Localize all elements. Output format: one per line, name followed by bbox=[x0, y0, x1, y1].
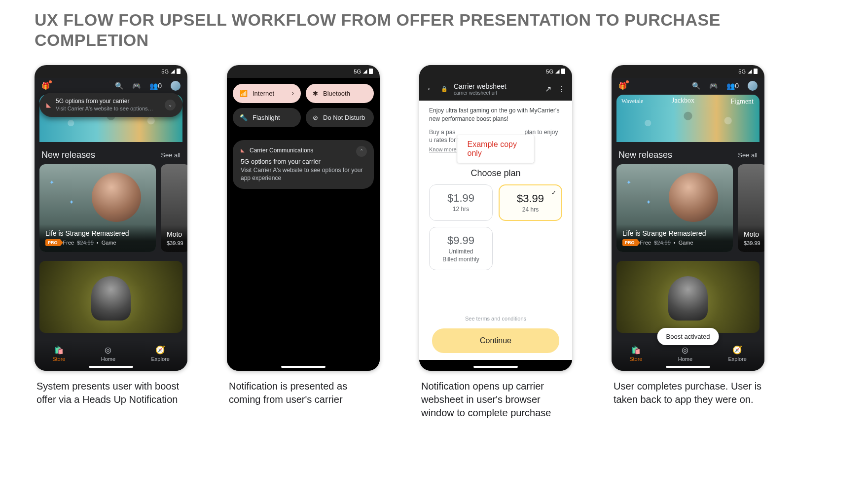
nav-explore[interactable]: 🧭 Explore bbox=[151, 345, 170, 362]
top-icon-row: 🎁 🔍 🎮 👥0 bbox=[612, 78, 764, 92]
plan-duration: Unlimited bbox=[434, 248, 487, 255]
plan-option-3[interactable]: $9.99 Unlimited Billed monthly bbox=[429, 227, 493, 270]
card-title: Moto bbox=[744, 230, 761, 238]
home-icon: ◎ bbox=[105, 345, 111, 355]
network-label: 5G bbox=[354, 69, 361, 74]
chevron-up-icon[interactable]: ⌃ bbox=[356, 146, 367, 157]
terms-link[interactable]: See terms and conditions bbox=[429, 311, 562, 326]
status-bar: 5G ◢ bbox=[419, 65, 572, 78]
game-card-2[interactable]: Moto $39.99 bbox=[161, 164, 187, 252]
wifi-icon: 📶 bbox=[240, 90, 248, 97]
chevron-down-icon[interactable]: ⌄ bbox=[165, 100, 176, 110]
back-icon[interactable]: ← bbox=[426, 84, 435, 94]
notification-title: 5G options from your carrier bbox=[241, 158, 366, 165]
dot-sep: • bbox=[97, 240, 99, 246]
plan-billing: Billed monthly bbox=[434, 256, 487, 263]
gift-icon[interactable]: 🎁 bbox=[618, 82, 627, 90]
heads-up-notification[interactable]: ◣ 5G options from your carrier Visit Car… bbox=[39, 93, 182, 117]
status-bar: 5G ◢ bbox=[612, 65, 764, 78]
network-label: 5G bbox=[161, 69, 169, 74]
card-free-label: Free bbox=[63, 240, 74, 246]
network-label: 5G bbox=[738, 69, 746, 74]
avatar[interactable] bbox=[171, 81, 181, 91]
store-app: 🎁 🔍 🎮 👥0 Wavetale Jackbox Figment New re… bbox=[35, 78, 187, 371]
explore-icon: 🧭 bbox=[155, 345, 165, 355]
plan-option-2[interactable]: ✓ $3.99 24 hrs bbox=[499, 184, 562, 221]
nav-store[interactable]: 🛍️ Store bbox=[629, 345, 642, 362]
nav-store[interactable]: 🛍️ Store bbox=[52, 345, 65, 362]
nav-home[interactable]: ◎ Home bbox=[678, 345, 692, 362]
status-bar: 5G ◢ bbox=[227, 65, 380, 78]
websheet-topbar: ← 🔒 Carrier websheet carrier websheet ur… bbox=[419, 78, 572, 101]
store-icon: 🛍️ bbox=[54, 345, 64, 355]
see-all-link[interactable]: See all bbox=[738, 151, 758, 159]
section-title: New releases bbox=[41, 150, 95, 160]
notification-card[interactable]: ◣ Carrier Communications 5G options from… bbox=[233, 140, 374, 189]
flow-step-2: 5G ◢ 📶 Internet › ✱ Bluetooth 🔦 bbox=[227, 65, 380, 406]
card-title: Life is Strange Remastered bbox=[45, 229, 150, 237]
people-icon[interactable]: 👥0 bbox=[726, 82, 739, 90]
qs-internet[interactable]: 📶 Internet › bbox=[233, 84, 301, 103]
card-free-label: Free bbox=[640, 240, 651, 246]
people-icon[interactable]: 👥0 bbox=[149, 82, 162, 90]
gift-icon[interactable]: 🎁 bbox=[41, 82, 50, 90]
hun-title: 5G options from your carrier bbox=[56, 98, 160, 106]
home-indicator bbox=[89, 366, 133, 368]
hero-label-3: Figment bbox=[730, 98, 754, 106]
home-indicator bbox=[666, 366, 710, 368]
nav-home[interactable]: ◎ Home bbox=[101, 345, 115, 362]
dnd-icon: ⊘ bbox=[313, 114, 318, 121]
controller-icon[interactable]: 🎮 bbox=[132, 82, 141, 90]
see-all-link[interactable]: See all bbox=[161, 151, 181, 159]
websheet-title: Carrier websheet bbox=[454, 83, 539, 90]
pro-badge: PRO bbox=[622, 239, 637, 246]
search-icon[interactable]: 🔍 bbox=[692, 82, 700, 90]
featured-card[interactable] bbox=[39, 261, 182, 333]
home-icon: ◎ bbox=[682, 345, 688, 355]
flow-row: 5G ◢ 🎁 🔍 🎮 👥0 Wavetale Jackbox Figment bbox=[35, 65, 833, 420]
game-card-1[interactable]: Life is Strange Remastered PRO Free $24.… bbox=[616, 164, 733, 252]
battery-icon bbox=[177, 69, 181, 74]
check-icon: ✓ bbox=[551, 189, 556, 196]
card-category: Game bbox=[679, 240, 693, 246]
status-bar: 5G ◢ bbox=[35, 65, 187, 78]
plan-option-1[interactable]: $1.99 12 hrs bbox=[429, 184, 493, 221]
top-icon-row: 🎁 🔍 🎮 👥0 bbox=[35, 78, 187, 92]
plan-price: $9.99 bbox=[434, 234, 487, 247]
pro-badge: PRO bbox=[45, 239, 60, 246]
plan-price: $3.99 bbox=[505, 192, 556, 205]
phone-mock-3: 5G ◢ ← 🔒 Carrier websheet carrier webshe… bbox=[419, 65, 572, 371]
battery-icon bbox=[754, 69, 758, 74]
boost-toast: Boost activated bbox=[657, 328, 719, 345]
qs-dnd[interactable]: ⊘ Do Not Disturb bbox=[306, 108, 374, 127]
plan-duration: 12 hrs bbox=[434, 206, 487, 213]
featured-card[interactable] bbox=[616, 261, 760, 333]
caption-1: System presents user with boost offer vi… bbox=[35, 380, 187, 406]
controller-icon[interactable]: 🎮 bbox=[709, 82, 718, 90]
nav-explore[interactable]: 🧭 Explore bbox=[728, 345, 747, 362]
game-card-1[interactable]: Life is Strange Remastered PRO Free $24.… bbox=[39, 164, 156, 252]
qs-bluetooth[interactable]: ✱ Bluetooth bbox=[306, 84, 374, 103]
game-card-2[interactable]: Moto $39.99 bbox=[738, 164, 764, 252]
page-title: UX FLOW FOR UPSELL WORKFLOW FROM OFFER P… bbox=[35, 10, 833, 50]
avatar[interactable] bbox=[748, 81, 758, 91]
card-category: Game bbox=[102, 240, 116, 246]
card-price: $39.99 bbox=[167, 240, 183, 246]
continue-button[interactable]: Continue bbox=[432, 328, 559, 353]
phone-mock-4: 5G ◢ 🎁 🔍 🎮 👥0 Wavetale Jackbox Figment bbox=[612, 65, 764, 371]
search-icon[interactable]: 🔍 bbox=[115, 82, 123, 90]
caption-4: User completes purchase. User is taken b… bbox=[612, 380, 764, 406]
battery-icon bbox=[561, 69, 565, 74]
chevron-right-icon: › bbox=[292, 90, 294, 97]
share-icon[interactable]: ↗ bbox=[545, 84, 551, 94]
section-header: New releases See all bbox=[612, 142, 764, 164]
more-icon[interactable]: ⋮ bbox=[557, 84, 565, 94]
flow-step-3: 5G ◢ ← 🔒 Carrier websheet carrier webshe… bbox=[419, 65, 572, 420]
qs-flashlight[interactable]: 🔦 Flashlight bbox=[233, 108, 301, 127]
section-header: New releases See all bbox=[35, 142, 187, 164]
card-title: Life is Strange Remastered bbox=[622, 229, 727, 237]
card-title: Moto bbox=[167, 230, 184, 238]
dot-sep: • bbox=[674, 240, 676, 246]
hero-banner[interactable]: Wavetale Jackbox Figment bbox=[616, 95, 760, 142]
lock-icon: 🔒 bbox=[441, 86, 448, 92]
